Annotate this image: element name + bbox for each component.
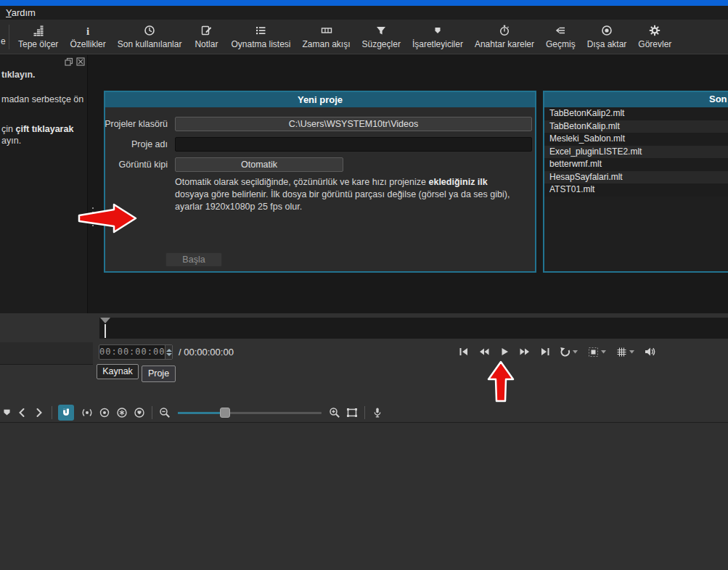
projects-folder-button[interactable]: C:\Users\WSYSTEM10tr\Videos	[175, 117, 532, 131]
float-panel-icon[interactable]	[65, 57, 73, 66]
project-name-input[interactable]	[175, 137, 532, 152]
player-seekbar[interactable]	[99, 318, 728, 339]
properties-button[interactable]: i Özellikler	[64, 22, 111, 52]
ripple-button[interactable]	[96, 404, 113, 421]
dropdown-caret-icon	[573, 350, 578, 354]
history-button[interactable]: Geçmiş	[540, 22, 581, 52]
keyframes-button[interactable]: Anahtar kareler	[469, 22, 540, 52]
window-titlebar	[0, 0, 728, 6]
timecode-stepper[interactable]	[165, 345, 172, 359]
dropdown-caret-icon	[601, 350, 607, 354]
annotation-arrow-up	[486, 360, 515, 403]
peak-meter-icon	[33, 25, 44, 36]
jobs-button[interactable]: Görevler	[632, 22, 677, 52]
recent-file-item[interactable]: ATST01.mlt	[544, 183, 728, 197]
magnet-icon	[61, 408, 71, 418]
ripple-all-tracks-button[interactable]	[113, 404, 131, 421]
recent-file-item[interactable]: HesapSayfalari.mlt	[544, 171, 728, 184]
timeline-button[interactable]: Zaman akışı	[296, 22, 356, 52]
recent-file-item[interactable]: Excel_pluginLISTE2.mlt	[544, 146, 728, 159]
timeline-zoom-out-button[interactable]	[156, 404, 173, 421]
recent-files-panel: Son TabBetonKalip2.mltTabBetonKalip.mltM…	[543, 91, 728, 273]
filter-icon	[375, 25, 387, 36]
gear-icon	[649, 25, 660, 36]
recent-files-list: TabBetonKalip2.mltTabBetonKalip.mltMesle…	[544, 107, 728, 197]
timeline-zoom-fit-button[interactable]	[343, 404, 361, 421]
svg-text:i: i	[86, 25, 89, 36]
history-icon	[555, 25, 566, 36]
scrub-while-dragging-button[interactable]	[78, 404, 96, 421]
recent-file-item[interactable]: TabBetonKalip.mlt	[544, 120, 728, 133]
timeline-icon	[321, 25, 332, 36]
video-mode-button[interactable]: Otomatik	[175, 157, 343, 172]
previous-marker-button[interactable]	[13, 404, 30, 421]
timeline-toolbar	[0, 402, 728, 423]
menu-bar: Yardım	[0, 6, 728, 20]
grid-button[interactable]	[615, 345, 637, 359]
timecode-value[interactable]: 00:00:00:00	[99, 345, 165, 359]
timecode-spinbox[interactable]: 00:00:00:00	[99, 344, 173, 360]
recent-panel-title: Son	[709, 94, 727, 104]
timeline-empty-area	[0, 423, 728, 570]
timeline-zoom-in-button[interactable]	[326, 404, 343, 421]
notes-icon	[200, 25, 212, 36]
tab-source[interactable]: Kaynak	[97, 364, 139, 379]
new-project-panel: Yeni proje Projeler klasörü C:\Users\WSY…	[104, 91, 536, 273]
markers-button[interactable]: İşaretleyiciler	[406, 22, 469, 52]
start-button[interactable]: Başla	[165, 252, 222, 267]
recent-file-item[interactable]: betterwmf.mlt	[544, 158, 728, 171]
annotation-arrow-right	[77, 202, 138, 234]
info-icon: i	[82, 25, 94, 36]
tab-project[interactable]: Proje	[142, 365, 176, 382]
spin-down-icon[interactable]	[166, 353, 172, 356]
notes-button[interactable]: Notlar	[187, 22, 225, 52]
rewind-button[interactable]	[477, 345, 491, 358]
marker-icon	[432, 25, 443, 36]
zoom-fit-button[interactable]	[586, 345, 608, 359]
intro-text-line: ayın.	[1, 136, 21, 146]
projects-folder-label: Projeler klasörü	[105, 119, 168, 129]
dropdown-caret-icon	[629, 350, 635, 354]
playhead-marker[interactable]	[100, 318, 110, 323]
peak-meter-button[interactable]: Tepe ölçer	[12, 22, 64, 52]
player-area: 00:00:00:00 / 00:00:00:00	[0, 313, 728, 402]
record-audio-button[interactable]	[369, 404, 386, 421]
volume-button[interactable]	[643, 345, 658, 358]
recent-file-item[interactable]: Mesleki_Sablon.mlt	[544, 133, 728, 146]
transport-controls	[457, 344, 658, 360]
play-button[interactable]	[498, 345, 511, 358]
recent-button[interactable]: Son kullanılanlar	[112, 22, 188, 52]
loop-button[interactable]	[558, 345, 580, 359]
toolbar-separator	[52, 406, 52, 419]
project-name-label: Proje adı	[131, 139, 168, 149]
dock-bottom-strip	[0, 342, 93, 365]
toolbar-separator	[152, 406, 152, 419]
next-marker-button[interactable]	[30, 404, 48, 421]
zoom-slider-handle[interactable]	[220, 408, 230, 418]
duration-label: / 00:00:00:00	[179, 347, 234, 358]
timeline-marker-icon[interactable]	[0, 404, 13, 421]
main-toolbar: e Tepe ölçer i Özellikler Son kullanılan…	[0, 20, 728, 54]
timeline-zoom-slider[interactable]	[178, 407, 322, 418]
video-mode-label: Görüntü kipi	[119, 160, 168, 170]
toolbar-separator	[364, 406, 365, 419]
clipped-toolbar-button[interactable]: e	[0, 36, 6, 54]
fast-forward-button[interactable]	[518, 345, 532, 358]
menu-help[interactable]: Yardım	[0, 7, 41, 18]
ripple-markers-button[interactable]	[131, 404, 148, 421]
recent-file-item[interactable]: TabBetonKalip2.mlt	[544, 107, 728, 120]
clock-icon	[144, 25, 155, 36]
snap-toggle-button[interactable]	[58, 405, 74, 421]
playlist-button[interactable]: Oynatma listesi	[225, 22, 296, 52]
export-button[interactable]: Dışa aktar	[581, 22, 633, 52]
playhead-cursor	[105, 324, 106, 338]
video-mode-description: Otomatik olarak seçildiğinde, çözünürlük…	[175, 176, 522, 213]
skip-start-button[interactable]	[457, 345, 470, 358]
intro-dock-panel: tıklayın. madan serbestçe ön çin çift tı…	[0, 55, 88, 342]
toolbar-separator	[9, 25, 9, 49]
playlist-icon	[255, 25, 266, 36]
close-panel-icon[interactable]	[76, 57, 85, 66]
filters-button[interactable]: Süzgeçler	[356, 22, 406, 52]
spin-up-icon[interactable]	[166, 349, 172, 352]
skip-end-button[interactable]	[539, 345, 552, 358]
